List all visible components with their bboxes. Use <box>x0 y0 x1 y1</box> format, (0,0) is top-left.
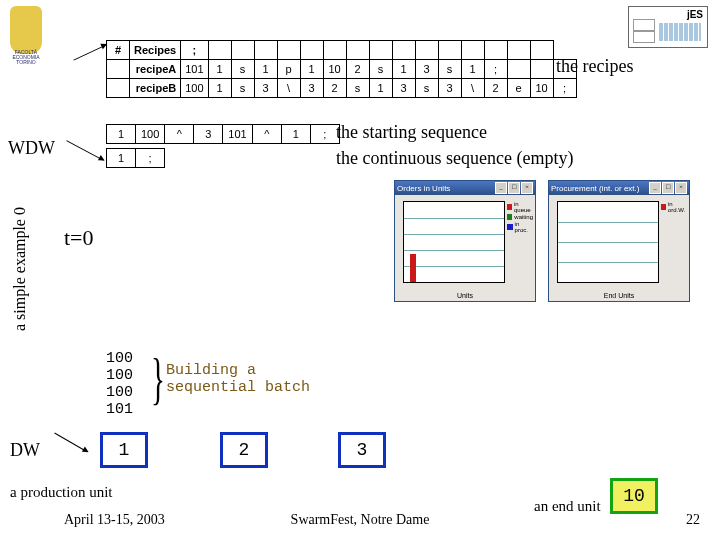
batch-line: 100 <box>106 367 133 384</box>
cell: 100 <box>136 125 165 144</box>
legend: in ord.W. <box>661 201 687 214</box>
cell: 3 <box>194 125 223 144</box>
table-row: recipeA 101 1 s 1 p 1 10 2 s 1 3 s 1 ; <box>107 60 577 79</box>
batch-note: Building a sequential batch <box>166 362 310 396</box>
cell: 1 <box>300 60 323 79</box>
titlebar[interactable]: Procurement (int. or ext.) _ □ × <box>549 181 689 195</box>
maximize-icon[interactable]: □ <box>662 182 674 194</box>
cell: 101 <box>223 125 252 144</box>
cell: ^ <box>165 125 194 144</box>
cell: 1 <box>369 79 392 98</box>
cell: \ <box>461 79 484 98</box>
jes-bars-icon <box>659 23 701 41</box>
batch-line: 100 <box>106 384 133 401</box>
jes-logo-text: jES <box>687 9 703 20</box>
production-unit-1: 1 <box>100 432 148 468</box>
cell: s <box>415 79 438 98</box>
cell: s <box>231 60 254 79</box>
header-recipes: Recipes <box>130 41 181 60</box>
arrow-icon <box>66 140 104 161</box>
table-row: # Recipes ; <box>107 41 577 60</box>
cell: ^ <box>252 125 281 144</box>
cell: 3 <box>254 79 277 98</box>
slide: FACOLTÀ ECONOMIA TORINO jES # Recipes ; … <box>0 0 720 540</box>
jes-logo: jES <box>628 6 708 48</box>
plot-area <box>557 201 659 283</box>
recipeA-label: recipeA <box>130 60 181 79</box>
cell: 3 <box>415 60 438 79</box>
x-axis-label: End Units <box>549 292 689 299</box>
cell: \ <box>277 79 300 98</box>
legend-item: in queue <box>514 201 533 213</box>
production-unit-caption: a production unit <box>10 484 112 501</box>
x-axis-label: Units <box>395 292 535 299</box>
cell: s <box>231 79 254 98</box>
brace-icon: } <box>151 350 165 408</box>
side-label: a simple example 0 <box>11 207 29 331</box>
cell: s <box>438 60 461 79</box>
header-semi: ; <box>181 41 208 60</box>
bar-icon <box>410 254 416 282</box>
cell: 1 <box>208 79 231 98</box>
cell: 1 <box>208 60 231 79</box>
cell: 1 <box>107 125 136 144</box>
cell: 2 <box>346 60 369 79</box>
cell: 10 <box>323 60 346 79</box>
starting-seq-label: the starting sequence <box>336 122 487 143</box>
wdw-row1: 1 100 ^ 3 101 ^ 1 ; <box>106 124 340 144</box>
header-hash: # <box>107 41 130 60</box>
table-row: recipeB 100 1 s 3 \ 3 2 s 1 3 s 3 \ 2 e … <box>107 79 577 98</box>
dw-label: DW <box>10 440 40 461</box>
window-title: Orders in Units <box>397 184 494 193</box>
cell: 1 <box>107 149 136 168</box>
cell: 1 <box>461 60 484 79</box>
footer-venue: SwarmFest, Notre Dame <box>0 512 720 528</box>
cell: 2 <box>484 79 507 98</box>
recipes-caption: the recipes <box>556 56 633 77</box>
cell: 1 <box>281 125 310 144</box>
page-number: 22 <box>686 512 700 528</box>
minimize-icon[interactable]: _ <box>495 182 507 194</box>
continuous-seq-label: the continuous sequence (empty) <box>336 148 573 169</box>
cell: ; <box>484 60 507 79</box>
wdw-row2: 1 ; <box>106 148 165 168</box>
cell: p <box>277 60 300 79</box>
batch-note-l1: Building a <box>166 362 256 379</box>
t-equals: t=0 <box>64 225 94 251</box>
recipeB-label: recipeB <box>130 79 181 98</box>
end-unit-10: 10 <box>610 478 658 514</box>
titlebar[interactable]: Orders in Units _ □ × <box>395 181 535 195</box>
arrow-icon <box>54 433 87 453</box>
cell: ; <box>136 149 165 168</box>
batch-note-l2: sequential batch <box>166 379 310 396</box>
plot-area <box>403 201 505 283</box>
arrow-icon <box>73 44 106 60</box>
cell: 100 <box>181 79 208 98</box>
legend-item: in proc. <box>515 221 533 233</box>
cell: 10 <box>530 79 553 98</box>
cell: 3 <box>300 79 323 98</box>
production-unit-2: 2 <box>220 432 268 468</box>
crest-logo <box>10 6 42 54</box>
procurement-window[interactable]: Procurement (int. or ext.) _ □ × in ord.… <box>548 180 690 302</box>
legend: in queue waiting in proc. <box>507 201 533 234</box>
crest-caption: FACOLTÀ ECONOMIA TORINO <box>8 50 44 65</box>
crest-caption-l3: TORINO <box>16 59 35 65</box>
close-icon[interactable]: × <box>675 182 687 194</box>
jes-mini-chart-icon <box>633 19 655 31</box>
cell: e <box>507 79 530 98</box>
legend-item: waiting <box>514 214 533 220</box>
cell: 3 <box>438 79 461 98</box>
batch-list: 100 100 100 101 <box>106 350 133 418</box>
close-icon[interactable]: × <box>521 182 533 194</box>
cell: 1 <box>392 60 415 79</box>
cell: 1 <box>254 60 277 79</box>
jes-mini-chart-icon <box>633 31 655 43</box>
maximize-icon[interactable]: □ <box>508 182 520 194</box>
batch-line: 100 <box>106 350 133 367</box>
orders-window[interactable]: Orders in Units _ □ × in queue waiting i… <box>394 180 536 302</box>
minimize-icon[interactable]: _ <box>649 182 661 194</box>
cell: 3 <box>392 79 415 98</box>
legend-item: in ord.W. <box>668 201 687 213</box>
recipe-table: # Recipes ; recipeA 101 1 s 1 p 1 10 2 s… <box>106 40 577 98</box>
